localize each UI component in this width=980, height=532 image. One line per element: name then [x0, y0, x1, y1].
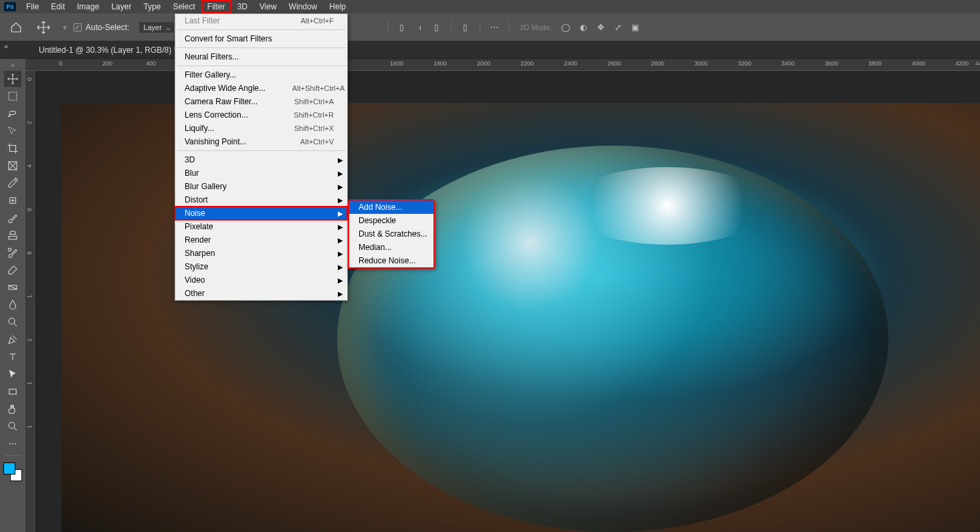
document-tab[interactable]: Untitled-1 @ 30.3% (Layer 1, RGB/8) *×: [35, 43, 191, 57]
app-logo: Ps: [4, 2, 16, 11]
3d-slide-icon[interactable]: ⤢: [611, 21, 625, 34]
align-center-h-icon[interactable]: ⫞: [413, 21, 426, 34]
filter-gallery[interactable]: Filter Gallery...: [175, 68, 347, 82]
color-swatches[interactable]: [3, 462, 22, 481]
noise-add-noise[interactable]: Add Noise...: [349, 199, 433, 214]
menu-type[interactable]: Type: [137, 0, 167, 13]
tab-overflow-icon[interactable]: »: [4, 42, 8, 50]
filter-render-submenu[interactable]: Render▶: [175, 233, 347, 247]
filter-dropdown: Last FilterAlt+Ctrl+F Convert for Smart …: [175, 13, 348, 301]
horizontal-ruler: 0200400160018002000220024002600280030003…: [25, 59, 980, 71]
blur-tool[interactable]: [4, 297, 21, 313]
filter-vanishing-point[interactable]: Vanishing Point...Alt+Ctrl+V: [175, 135, 347, 148]
type-tool[interactable]: [4, 349, 21, 365]
eyedropper-tool[interactable]: [4, 175, 21, 191]
menu-layer[interactable]: Layer: [105, 0, 137, 13]
move-tool-indicator-icon: [36, 20, 51, 35]
auto-select-label: Auto-Select:: [86, 23, 129, 32]
filter-3d-submenu[interactable]: 3D▶: [175, 153, 347, 166]
3d-orbit-icon[interactable]: ◯: [559, 21, 573, 34]
target-layer-select[interactable]: Layer⌄: [138, 21, 175, 33]
menu-window[interactable]: Window: [283, 0, 324, 13]
menu-image[interactable]: Image: [71, 0, 105, 13]
svg-point-5: [9, 318, 15, 324]
align-right-icon[interactable]: ▯: [430, 21, 444, 34]
frame-tool[interactable]: [4, 158, 21, 174]
filter-blur-submenu[interactable]: Blur▶: [175, 166, 347, 180]
filter-other-submenu[interactable]: Other▶: [175, 287, 347, 300]
history-brush-tool[interactable]: [4, 245, 21, 261]
hand-tool[interactable]: [4, 401, 21, 417]
menu-select[interactable]: Select: [167, 0, 201, 13]
menubar: Ps File Edit Image Layer Type Select Fil…: [0, 0, 980, 13]
edit-toolbar-icon[interactable]: ⋯: [4, 436, 21, 452]
home-icon[interactable]: [8, 19, 24, 35]
noise-reduce[interactable]: Reduce Noise...: [349, 254, 433, 267]
noise-dust-scratches[interactable]: Dust & Scratches...: [349, 227, 433, 241]
healing-brush-tool[interactable]: [4, 192, 21, 209]
clone-stamp-tool[interactable]: [4, 227, 21, 243]
align-left-icon[interactable]: ▯: [395, 21, 409, 34]
filter-neural[interactable]: Neural Filters...: [175, 50, 347, 63]
quick-select-tool[interactable]: [4, 123, 21, 139]
toolbar: » ⋯: [0, 59, 25, 532]
filter-sharpen-submenu[interactable]: Sharpen▶: [175, 247, 347, 260]
distribute-icon[interactable]: ▯: [459, 21, 472, 34]
document-tabbar: » Untitled-1 @ 30.3% (Layer 1, RGB/8) *×: [0, 41, 980, 59]
svg-rect-0: [9, 92, 17, 100]
filter-adaptive-wide-angle[interactable]: Adaptive Wide Angle...Alt+Shift+Ctrl+A: [175, 82, 347, 95]
filter-liquify[interactable]: Liquify...Shift+Ctrl+X: [175, 122, 347, 135]
foreground-color-swatch[interactable]: [3, 462, 15, 475]
menu-filter[interactable]: Filter: [201, 0, 231, 13]
brush-tool[interactable]: [4, 210, 21, 226]
filter-lens-correction[interactable]: Lens Correction...Shift+Ctrl+R: [175, 108, 347, 122]
auto-select-checkbox[interactable]: ✓ Auto-Select:: [74, 23, 129, 32]
vertical-ruler: 0 2 4 6 8 1 1 1 1: [25, 71, 35, 532]
move-tool[interactable]: [4, 71, 21, 87]
filter-stylize-submenu[interactable]: Stylize▶: [175, 260, 347, 273]
noise-submenu-dropdown: Add Noise... Despeckle Dust & Scratches.…: [348, 201, 435, 269]
gradient-tool[interactable]: [4, 279, 21, 295]
path-select-tool[interactable]: [4, 366, 21, 382]
zoom-tool[interactable]: [4, 418, 21, 434]
menu-help[interactable]: Help: [323, 0, 352, 13]
svg-point-3: [8, 248, 11, 251]
filter-pixelate-submenu[interactable]: Pixelate▶: [175, 220, 347, 233]
marquee-tool[interactable]: [4, 88, 21, 104]
svg-point-7: [9, 422, 15, 428]
filter-convert-smart[interactable]: Convert for Smart Filters: [175, 32, 347, 45]
filter-last[interactable]: Last FilterAlt+Ctrl+F: [175, 14, 347, 27]
rectangle-tool[interactable]: [4, 384, 21, 400]
menu-view[interactable]: View: [254, 0, 283, 13]
optionsbar: ▾ ✓ Auto-Select: Layer⌄ ▯ ⫞ ▯ ▯ ⋯ 3D Mod…: [0, 13, 980, 41]
filter-video-submenu[interactable]: Video▶: [175, 273, 347, 287]
lasso-tool[interactable]: [4, 106, 21, 122]
filter-distort-submenu[interactable]: Distort▶: [175, 193, 347, 207]
menu-3d[interactable]: 3D: [231, 0, 253, 13]
more-align-icon[interactable]: ⋯: [488, 21, 501, 34]
eraser-tool[interactable]: [4, 262, 21, 278]
noise-median[interactable]: Median...: [349, 241, 433, 254]
dodge-tool[interactable]: [4, 314, 21, 330]
svg-rect-6: [9, 389, 17, 394]
3d-pan-icon[interactable]: ✥: [594, 21, 607, 34]
filter-camera-raw[interactable]: Camera Raw Filter...Shift+Ctrl+A: [175, 95, 347, 108]
3d-zoom-icon[interactable]: ▣: [629, 21, 642, 34]
crop-tool[interactable]: [4, 140, 21, 156]
3d-mode-label: 3D Mode:: [520, 23, 552, 31]
3d-roll-icon[interactable]: ◐: [577, 21, 590, 34]
menu-file[interactable]: File: [20, 0, 45, 13]
filter-noise-submenu[interactable]: Noise▶: [175, 207, 347, 220]
menu-edit[interactable]: Edit: [45, 0, 71, 13]
filter-blur-gallery-submenu[interactable]: Blur Gallery▶: [175, 180, 347, 193]
noise-despeckle[interactable]: Despeckle: [349, 214, 433, 227]
pen-tool[interactable]: [4, 331, 21, 348]
